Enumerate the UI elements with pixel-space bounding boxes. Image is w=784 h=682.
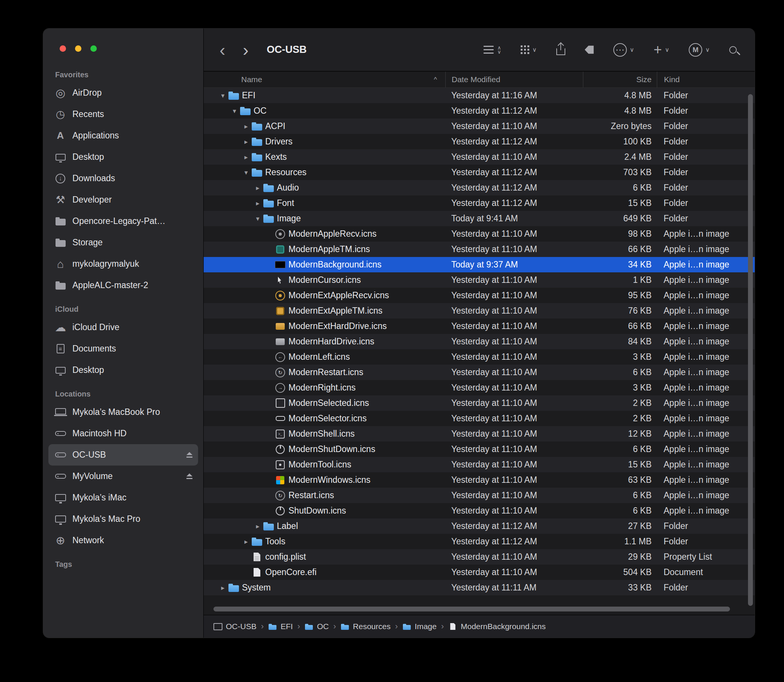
table-row[interactable]: ModernRestart.icns Yesterday at 11:10 AM… xyxy=(204,365,755,380)
tags-button[interactable] xyxy=(585,45,594,54)
table-row[interactable]: ▸ Audio Yesterday at 11:12 AM 6 KB Folde… xyxy=(204,180,755,196)
back-button[interactable] xyxy=(215,42,230,57)
search-button[interactable] xyxy=(729,46,740,54)
sidebar-section-label: Locations xyxy=(43,387,203,402)
sidebar-item-developer[interactable]: Developer xyxy=(48,189,198,210)
minimize-button[interactable] xyxy=(75,45,81,52)
table-row[interactable]: ShutDown.icns Yesterday at 11:10 AM 6 KB… xyxy=(204,503,755,518)
column-header-kind[interactable]: Kind xyxy=(657,72,755,88)
column-header-size[interactable]: Size xyxy=(583,72,657,88)
table-row[interactable]: ▸ Tools Yesterday at 11:12 AM 1.1 MB Fol… xyxy=(204,534,755,549)
table-row[interactable]: ModernExtAppleTM.icns Yesterday at 11:10… xyxy=(204,303,755,319)
table-row[interactable]: ModernAppleRecv.icns Yesterday at 11:10 … xyxy=(204,226,755,242)
sidebar-item-myvolume[interactable]: MyVolume xyxy=(48,465,198,487)
table-row[interactable]: ModernExtAppleRecv.icns Yesterday at 11:… xyxy=(204,288,755,303)
table-row[interactable]: ▸ Label Yesterday at 11:12 AM 27 KB Fold… xyxy=(204,518,755,534)
sidebar-item-storage[interactable]: Storage xyxy=(48,232,198,253)
sidebar-item-icloud-drive[interactable]: iCloud Drive xyxy=(48,317,198,338)
table-row[interactable]: ▾ EFI Yesterday at 11:16 AM 4.8 MB Folde… xyxy=(204,88,755,103)
table-row[interactable]: ▸ Kexts Yesterday at 11:10 AM 2.4 MB Fol… xyxy=(204,149,755,165)
sidebar-item-applealc-master-2[interactable]: AppleALC-master-2 xyxy=(48,275,198,296)
table-row[interactable]: ModernWindows.icns Yesterday at 11:10 AM… xyxy=(204,472,755,488)
zoom-button[interactable] xyxy=(91,45,97,52)
sidebar-item-opencore-legacy-pat-[interactable]: Opencore-Legacy-Pat… xyxy=(48,210,198,232)
sidebar-item-documents[interactable]: Documents xyxy=(48,338,198,359)
disclosure-triangle-icon[interactable]: ▾ xyxy=(241,169,252,177)
disclosure-triangle-icon[interactable]: ▸ xyxy=(252,522,263,531)
close-button[interactable] xyxy=(60,45,66,52)
add-button[interactable] xyxy=(653,44,669,56)
more-actions-button[interactable] xyxy=(613,43,634,57)
table-row[interactable]: ▾ Image Today at 9:41 AM 649 KB Folder xyxy=(204,211,755,226)
file-kind-value: Apple i…n image xyxy=(657,398,755,408)
sidebar-item-mykola-s-mac-pro[interactable]: Mykola’s Mac Pro xyxy=(48,508,198,530)
sidebar-item-mykolagrymalyuk[interactable]: mykolagrymalyuk xyxy=(48,253,198,275)
path-item-resources[interactable]: Resources xyxy=(341,622,390,631)
sidebar-item-oc-usb[interactable]: OC-USB xyxy=(48,444,198,465)
table-row[interactable]: ▸ System Yesterday at 11:11 AM 33 KB Fol… xyxy=(204,580,755,595)
path-item-oc[interactable]: OC xyxy=(304,622,329,631)
disclosure-triangle-icon[interactable]: ▾ xyxy=(252,215,263,223)
sidebar-item-network[interactable]: Network xyxy=(48,530,198,551)
sidebar-item-recents[interactable]: Recents xyxy=(48,104,198,125)
table-row[interactable]: Restart.icns Yesterday at 11:10 AM 6 KB … xyxy=(204,488,755,503)
table-row[interactable]: ▸ Font Yesterday at 11:12 AM 15 KB Folde… xyxy=(204,196,755,211)
downloads-icon xyxy=(54,172,67,185)
eject-icon[interactable] xyxy=(185,473,194,480)
folder-icon xyxy=(304,622,314,631)
date-modified-value: Yesterday at 11:10 AM xyxy=(445,444,583,454)
sidebar-item-desktop[interactable]: Desktop xyxy=(48,146,198,168)
sidebar-item-mykola-s-macbook-pro[interactable]: Mykola’s MacBook Pro xyxy=(48,402,198,423)
table-row[interactable]: ModernLeft.icns Yesterday at 11:10 AM 3 … xyxy=(204,349,755,365)
disclosure-triangle-icon[interactable]: ▾ xyxy=(229,107,240,115)
table-row[interactable]: ModernShell.icns Yesterday at 11:10 AM 1… xyxy=(204,426,755,441)
table-row[interactable]: ▸ ACPI Yesterday at 11:10 AM Zero bytes … xyxy=(204,118,755,134)
sidebar-item-macintosh-hd[interactable]: Macintosh HD xyxy=(48,423,198,444)
sidebar-item-downloads[interactable]: Downloads xyxy=(48,168,198,189)
disclosure-triangle-icon[interactable]: ▸ xyxy=(217,584,228,592)
table-row[interactable]: ModernExtHardDrive.icns Yesterday at 11:… xyxy=(204,319,755,334)
file-size-value: 6 KB xyxy=(583,506,657,516)
disclosure-triangle-icon[interactable]: ▸ xyxy=(241,138,252,146)
path-item-efi[interactable]: EFI xyxy=(268,622,293,631)
file-name: EFI xyxy=(242,91,255,100)
view-switcher-button[interactable] xyxy=(483,46,501,54)
table-row[interactable]: ModernTool.icns Yesterday at 11:10 AM 15… xyxy=(204,457,755,472)
eject-icon[interactable] xyxy=(185,452,194,459)
table-row[interactable]: ModernRight.icns Yesterday at 11:10 AM 3… xyxy=(204,380,755,395)
table-row[interactable]: ▸ Drivers Yesterday at 11:12 AM 100 KB F… xyxy=(204,134,755,149)
table-row[interactable]: ModernCursor.icns Yesterday at 11:10 AM … xyxy=(204,272,755,288)
disclosure-triangle-icon[interactable]: ▾ xyxy=(217,92,228,100)
table-row[interactable]: ModernHardDrive.icns Yesterday at 11:10 … xyxy=(204,334,755,349)
sidebar-item-airdrop[interactable]: AirDrop xyxy=(48,82,198,104)
table-row[interactable]: ▾ Resources Yesterday at 11:12 AM 703 KB… xyxy=(204,165,755,180)
disclosure-triangle-icon[interactable]: ▸ xyxy=(241,122,252,131)
table-row[interactable]: ModernBackground.icns Today at 9:37 AM 3… xyxy=(204,257,755,272)
table-row[interactable]: ModernSelector.icns Yesterday at 11:10 A… xyxy=(204,411,755,426)
horizontal-scrollbar[interactable] xyxy=(214,607,730,612)
path-item-image[interactable]: Image xyxy=(403,622,437,631)
sidebar-item-desktop[interactable]: Desktop xyxy=(48,359,198,381)
path-item-modernbackground-icns[interactable]: ModernBackground.icns xyxy=(448,622,545,631)
disclosure-triangle-icon[interactable]: ▸ xyxy=(241,538,252,546)
vertical-scrollbar[interactable] xyxy=(748,94,753,606)
account-button[interactable]: M xyxy=(689,43,710,57)
table-row[interactable]: ModernAppleTM.icns Yesterday at 11:10 AM… xyxy=(204,242,755,257)
sidebar-item-applications[interactable]: Applications xyxy=(48,125,198,146)
disclosure-triangle-icon[interactable]: ▸ xyxy=(241,153,252,161)
table-row[interactable]: config.plist Yesterday at 11:10 AM 29 KB… xyxy=(204,549,755,564)
sidebar-item-label: Desktop xyxy=(72,365,104,375)
table-row[interactable]: ▾ OC Yesterday at 11:12 AM 4.8 MB Folder xyxy=(204,103,755,118)
disclosure-triangle-icon[interactable]: ▸ xyxy=(252,184,263,192)
column-header-date-modified[interactable]: Date Modified xyxy=(445,72,583,88)
column-header-name[interactable]: Name ^ xyxy=(204,72,445,88)
table-row[interactable]: OpenCore.efi Yesterday at 11:10 AM 504 K… xyxy=(204,564,755,580)
group-button[interactable] xyxy=(521,45,537,54)
forward-button[interactable] xyxy=(238,42,253,57)
sidebar-item-mykola-s-imac[interactable]: Mykola’s iMac xyxy=(48,487,198,508)
table-row[interactable]: ModernShutDown.icns Yesterday at 11:10 A… xyxy=(204,441,755,457)
table-row[interactable]: ModernSelected.icns Yesterday at 11:10 A… xyxy=(204,395,755,411)
disclosure-triangle-icon[interactable]: ▸ xyxy=(252,199,263,207)
path-item-oc-usb[interactable]: OC-USB xyxy=(214,622,257,631)
share-button[interactable] xyxy=(556,44,565,55)
